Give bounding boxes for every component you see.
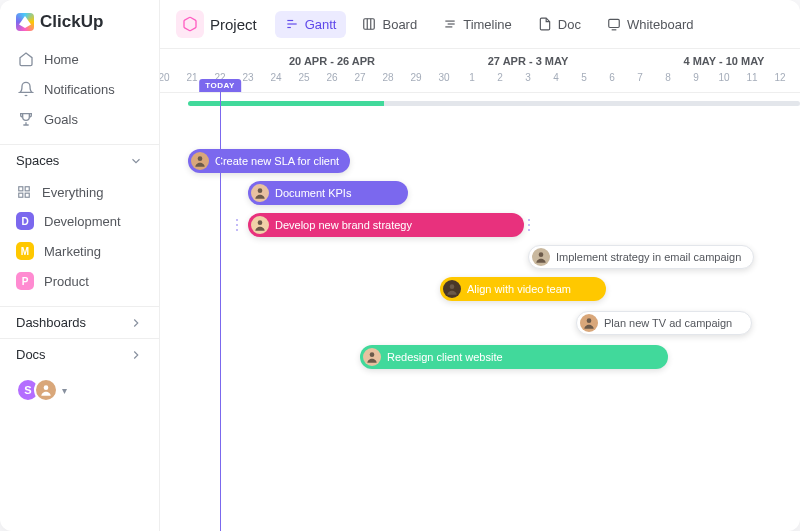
svg-point-22 xyxy=(370,352,375,357)
gantt-task[interactable]: Develop new brand strategy xyxy=(248,213,524,237)
space-product[interactable]: P Product xyxy=(8,266,151,296)
gantt-body[interactable]: Create new SLA for clientDocument KPIsDe… xyxy=(160,93,800,531)
brand-mark-icon xyxy=(16,13,34,31)
space-label: Development xyxy=(44,214,121,229)
view-tab-board[interactable]: Board xyxy=(352,11,427,38)
assignee-avatar xyxy=(251,216,269,234)
svg-point-17 xyxy=(258,188,263,193)
date-range: 20 APR - 26 APR xyxy=(242,55,422,67)
chevron-right-icon xyxy=(129,348,143,362)
day-label: 4 xyxy=(542,72,570,83)
day-label: 24 xyxy=(262,72,290,83)
view-tab-timeline[interactable]: Timeline xyxy=(433,11,522,38)
bell-icon xyxy=(18,81,34,97)
avatar xyxy=(34,378,58,402)
gantt-task[interactable]: Create new SLA for client xyxy=(188,149,350,173)
gantt-task[interactable]: Align with video team xyxy=(440,277,606,301)
brand-logo[interactable]: ClickUp xyxy=(0,0,159,40)
assignee-avatar xyxy=(251,184,269,202)
topbar: Project Gantt Board Timeline Doc Whitebo… xyxy=(160,0,800,49)
day-label: 1 xyxy=(458,72,486,83)
sidebar: ClickUp Home Notifications Goals Spaces xyxy=(0,0,160,531)
project-title: Project xyxy=(210,16,257,33)
date-range: 4 MAY - 10 MAY xyxy=(634,55,800,67)
nav-home[interactable]: Home xyxy=(8,44,151,74)
day-label: 20 xyxy=(160,72,178,83)
day-label: 8 xyxy=(654,72,682,83)
gantt-task[interactable]: Plan new TV ad campaign xyxy=(576,311,752,335)
progress-track xyxy=(188,101,800,106)
view-tab-doc[interactable]: Doc xyxy=(528,11,591,38)
spaces-header[interactable]: Spaces xyxy=(0,144,159,176)
board-icon xyxy=(362,17,376,31)
project-icon xyxy=(176,10,204,38)
primary-nav: Home Notifications Goals xyxy=(0,40,159,144)
drag-handle-icon[interactable] xyxy=(236,219,244,231)
day-label: 10 xyxy=(710,72,738,83)
gantt-icon xyxy=(285,17,299,31)
svg-rect-8 xyxy=(364,19,375,30)
gantt-task[interactable]: Implement strategy in email campaign xyxy=(528,245,754,269)
svg-rect-3 xyxy=(25,193,29,197)
day-label: 29 xyxy=(402,72,430,83)
task-label: Document KPIs xyxy=(275,187,351,199)
day-label: 30 xyxy=(430,72,458,83)
day-label: 11 xyxy=(738,72,766,83)
assignee-avatar xyxy=(532,248,550,266)
task-label: Develop new brand strategy xyxy=(275,219,412,231)
day-label: 5 xyxy=(570,72,598,83)
nav-label: Notifications xyxy=(44,82,115,97)
space-badge: M xyxy=(16,242,34,260)
svg-point-18 xyxy=(258,220,263,225)
gantt-task[interactable]: Document KPIs xyxy=(248,181,408,205)
section-title: Dashboards xyxy=(16,315,86,330)
space-development[interactable]: D Development xyxy=(8,206,151,236)
assignee-avatar xyxy=(443,280,461,298)
drag-handle-icon[interactable] xyxy=(528,219,536,231)
svg-point-16 xyxy=(198,156,203,161)
gantt-task[interactable]: Redesign client website xyxy=(360,345,668,369)
svg-rect-0 xyxy=(19,187,23,191)
day-label: 12 xyxy=(766,72,794,83)
space-marketing[interactable]: M Marketing xyxy=(8,236,151,266)
whiteboard-icon xyxy=(607,17,621,31)
nav-label: Goals xyxy=(44,112,78,127)
space-badge: P xyxy=(16,272,34,290)
timeline-icon xyxy=(443,17,457,31)
view-tab-gantt[interactable]: Gantt xyxy=(275,11,347,38)
nav-label: Home xyxy=(44,52,79,67)
doc-icon xyxy=(538,17,552,31)
svg-point-19 xyxy=(539,252,544,257)
view-label: Doc xyxy=(558,17,581,32)
svg-rect-2 xyxy=(19,193,23,197)
space-label: Product xyxy=(44,274,89,289)
space-badge: D xyxy=(16,212,34,230)
assignee-avatar xyxy=(191,152,209,170)
svg-point-4 xyxy=(44,385,49,390)
gantt-view: 20 APR - 26 APR27 APR - 3 MAY4 MAY - 10 … xyxy=(160,49,800,531)
view-label: Whiteboard xyxy=(627,17,693,32)
workspace-switcher[interactable]: S ▾ xyxy=(0,370,159,410)
today-badge: TODAY xyxy=(199,79,241,92)
space-everything[interactable]: Everything xyxy=(8,178,151,206)
view-label: Board xyxy=(382,17,417,32)
home-icon xyxy=(18,51,34,67)
svg-rect-1 xyxy=(25,187,29,191)
day-label: 9 xyxy=(682,72,710,83)
dashboards-header[interactable]: Dashboards xyxy=(0,306,159,338)
task-label: Plan new TV ad campaign xyxy=(604,317,732,329)
section-title: Docs xyxy=(16,347,46,362)
docs-header[interactable]: Docs xyxy=(0,338,159,370)
chevron-right-icon xyxy=(129,316,143,330)
gantt-header: 20 APR - 26 APR27 APR - 3 MAY4 MAY - 10 … xyxy=(160,49,800,93)
task-label: Redesign client website xyxy=(387,351,503,363)
day-label: 2 xyxy=(486,72,514,83)
task-label: Align with video team xyxy=(467,283,571,295)
svg-point-21 xyxy=(587,318,592,323)
day-label: 28 xyxy=(374,72,402,83)
svg-point-20 xyxy=(450,284,455,289)
nav-goals[interactable]: Goals xyxy=(8,104,151,134)
nav-notifications[interactable]: Notifications xyxy=(8,74,151,104)
assignee-avatar xyxy=(580,314,598,332)
view-tab-whiteboard[interactable]: Whiteboard xyxy=(597,11,703,38)
